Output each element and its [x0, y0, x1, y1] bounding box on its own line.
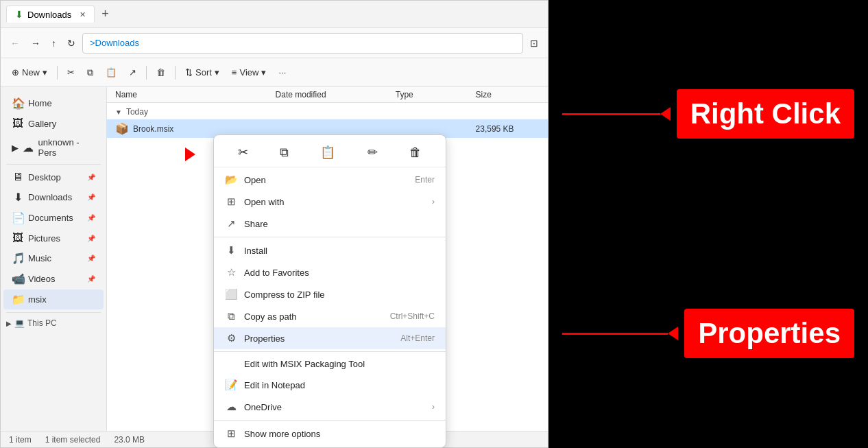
cm-install[interactable]: ⬇ Install: [214, 239, 446, 261]
refresh-button[interactable]: ↻: [63, 35, 80, 51]
more-button[interactable]: ···: [273, 64, 291, 81]
right-click-arrowhead: [660, 107, 671, 121]
cm-divider-1: [214, 237, 446, 237]
cm-notepad-label: Edit in Notepad: [244, 380, 435, 390]
cm-properties[interactable]: ⚙ Properties Alt+Enter: [214, 327, 446, 349]
home-icon: 🏠: [12, 97, 24, 110]
cm-edit-notepad[interactable]: 📝 Edit in Notepad: [214, 374, 446, 396]
sidebar-item-home[interactable]: 🏠 Home: [3, 93, 104, 113]
cm-divider-3: [214, 420, 446, 421]
cut-button[interactable]: ✂: [62, 64, 80, 81]
file-size-cell: 23,595 KB: [476, 124, 540, 134]
sidebar-item-gallery[interactable]: 🖼 Gallery: [3, 114, 104, 133]
section-today[interactable]: ▼ Today: [107, 103, 548, 119]
cm-copy-path-icon: ⧉: [225, 310, 237, 322]
cm-install-icon: ⬇: [225, 244, 237, 257]
new-button[interactable]: ⊕ New ▾: [6, 64, 53, 81]
properties-arrow-line: [562, 333, 668, 335]
cm-open-with-icon: ⊞: [225, 196, 237, 208]
new-label: New: [22, 67, 40, 78]
documents-icon: 📄: [12, 211, 24, 224]
sidebar-group-this-pc[interactable]: ▶ 💻 This PC: [1, 316, 106, 331]
cm-rename-icon: ✏: [367, 145, 378, 160]
sort-button[interactable]: ⇅ Sort ▾: [180, 64, 225, 81]
cm-more-options[interactable]: ⊞ Show more options: [214, 423, 446, 445]
cm-share-label: Share: [244, 219, 435, 229]
toolbar-separator-2: [146, 66, 147, 80]
back-button[interactable]: ←: [6, 35, 24, 51]
music-icon: 🎵: [12, 252, 24, 265]
right-click-arrow-line: [562, 113, 660, 115]
cm-cut-icon: ✂: [238, 145, 248, 160]
context-menu: ✂ ⧉ 📋 ✏ 🗑 📂 Open Enter ⊞ Open with ›: [213, 134, 446, 448]
videos-icon: 📹: [12, 272, 24, 285]
up-button[interactable]: ↑: [47, 35, 60, 51]
sidebar-label-downloads: Downloads: [28, 192, 72, 202]
share-button[interactable]: ↗: [123, 64, 142, 81]
cm-compress[interactable]: ⬜ Compress to ZIP file: [214, 283, 446, 305]
file-name-cell: 📦 Brook.msix: [115, 122, 276, 135]
section-today-arrow: ▼: [115, 108, 122, 116]
cm-divider-2: [214, 351, 446, 352]
cm-copy-path[interactable]: ⧉ Copy as path Ctrl+Shift+C: [214, 305, 446, 327]
cm-edit-msix[interactable]: Edit with MSIX Packaging Tool: [214, 354, 446, 374]
file-list-header: Name Date modified Type Size: [107, 87, 548, 103]
desktop-icon: 🖥: [12, 171, 24, 183]
sidebar-label-music: Music: [28, 253, 51, 263]
cm-onedrive-arrow: ›: [432, 402, 435, 412]
delete-button[interactable]: 🗑: [151, 64, 171, 81]
sidebar: 🏠 Home 🖼 Gallery ▶ ☁ unknown - Pers 🖥 De…: [1, 87, 107, 431]
cm-share[interactable]: ↗ Share: [214, 213, 446, 235]
sidebar-item-msix[interactable]: 📁 msix: [3, 290, 104, 309]
sidebar-label-unknown: unknown - Pers: [38, 137, 95, 158]
this-pc-arrow: ▶: [6, 320, 12, 327]
cm-open-icon: 📂: [225, 174, 237, 186]
pin-downloads: 📌: [87, 193, 95, 201]
file-msix-icon: 📦: [115, 122, 129, 135]
sidebar-item-videos[interactable]: 📹 Videos 📌: [3, 269, 104, 289]
sort-icon: ⇅: [185, 67, 193, 78]
forward-button[interactable]: →: [27, 35, 45, 51]
context-menu-top-icons: ✂ ⧉ 📋 ✏ 🗑: [214, 138, 446, 167]
cm-onedrive[interactable]: ☁ OneDrive ›: [214, 396, 446, 418]
new-icon: ⊕: [12, 67, 19, 78]
expand-arrow: ▶: [12, 143, 19, 153]
new-tab-button[interactable]: +: [97, 7, 113, 21]
file-arrowhead: [185, 148, 195, 161]
cm-paste-button[interactable]: 📋: [315, 142, 341, 163]
address-text: >: [90, 38, 95, 48]
cm-rename-button[interactable]: ✏: [362, 142, 383, 163]
cm-open-with[interactable]: ⊞ Open with ›: [214, 191, 446, 213]
cm-compress-icon: ⬜: [225, 288, 237, 300]
cm-cut-button[interactable]: ✂: [232, 142, 254, 163]
properties-arrowhead: [668, 327, 678, 340]
pin-desktop: 📌: [87, 174, 95, 181]
view-button[interactable]: ≡ View ▾: [226, 64, 272, 81]
view-switcher-button[interactable]: ⊡: [526, 35, 542, 51]
sidebar-item-unknown[interactable]: ▶ ☁ unknown - Pers: [3, 134, 104, 161]
pin-documents: 📌: [87, 214, 95, 222]
right-click-label: Right Click: [677, 89, 854, 139]
sidebar-divider-2: [6, 312, 101, 313]
item-count: 1 item: [9, 435, 32, 445]
copy-button[interactable]: ⧉: [82, 64, 99, 82]
tab-close-button[interactable]: ✕: [80, 10, 86, 19]
sidebar-item-music[interactable]: 🎵 Music 📌: [3, 248, 104, 268]
sidebar-item-pictures[interactable]: 🖼 Pictures 📌: [3, 228, 104, 248]
pictures-icon: 🖼: [12, 232, 24, 244]
pin-music: 📌: [87, 255, 95, 262]
cm-delete-button[interactable]: 🗑: [404, 143, 427, 163]
sidebar-item-documents[interactable]: 📄 Documents 📌: [3, 208, 104, 228]
sidebar-item-downloads[interactable]: ⬇ Downloads 📌: [3, 187, 104, 207]
this-pc-icon: 💻: [14, 318, 25, 328]
cm-copy-button[interactable]: ⧉: [274, 143, 294, 163]
tab-downloads[interactable]: ⬇ Downloads ✕: [6, 5, 95, 23]
cm-copy-path-shortcut: Ctrl+Shift+C: [390, 311, 435, 321]
cm-add-favorites[interactable]: ☆ Add to Favorites: [214, 261, 446, 283]
paste-button[interactable]: 📋: [100, 64, 122, 81]
cm-install-label: Install: [244, 246, 435, 256]
address-bar[interactable]: > Downloads: [82, 33, 523, 54]
cm-open[interactable]: 📂 Open Enter: [214, 169, 446, 191]
view-icon: ≡: [232, 67, 237, 78]
sidebar-item-desktop[interactable]: 🖥 Desktop 📌: [3, 167, 104, 187]
